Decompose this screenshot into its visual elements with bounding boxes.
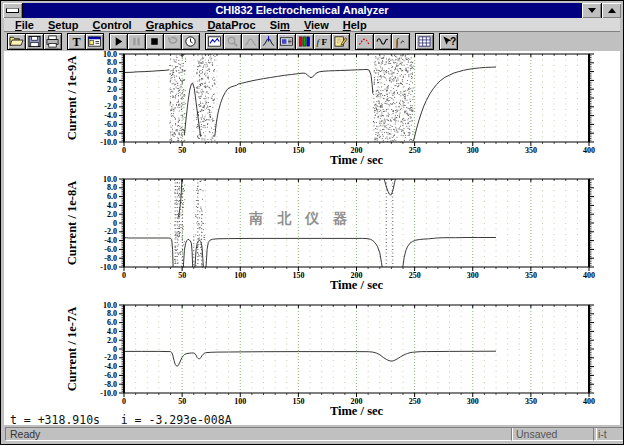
svg-text:100: 100 xyxy=(234,146,246,155)
toolbar-group xyxy=(109,33,199,50)
svg-text:-6.0: -6.0 xyxy=(104,120,117,129)
repeat-button[interactable] xyxy=(181,33,200,50)
svg-text:-2.0: -2.0 xyxy=(104,227,117,236)
menu-view[interactable]: View xyxy=(298,19,337,31)
control-menu-button[interactable] xyxy=(3,3,23,18)
pause-button[interactable] xyxy=(127,33,146,50)
integral-icon: ∫ xyxy=(393,35,408,48)
maximize-arrow-icon xyxy=(608,8,616,13)
svg-text:-4.0: -4.0 xyxy=(104,236,117,245)
manual-result-button[interactable] xyxy=(241,33,260,50)
chart-1: 05010015020025030035040010.08.06.04.02.0… xyxy=(65,51,595,167)
svg-text:350: 350 xyxy=(525,397,537,406)
toolbar: TfF∫? xyxy=(4,32,620,51)
svg-text:100: 100 xyxy=(234,397,246,406)
slideshow-button[interactable] xyxy=(277,33,296,50)
chart-3: 05010015020025030035040010.08.06.04.02.0… xyxy=(65,301,595,419)
svg-text:350: 350 xyxy=(525,146,537,155)
svg-text:2.0: 2.0 xyxy=(107,336,117,345)
y-axis-label: Current / 1e-9A xyxy=(65,56,79,140)
menu-graphics[interactable]: Graphics xyxy=(140,19,202,31)
svg-text:-6.0: -6.0 xyxy=(104,371,117,380)
curve xyxy=(124,238,173,267)
svg-text:2.0: 2.0 xyxy=(107,210,117,219)
svg-text:300: 300 xyxy=(467,271,479,280)
menu-help[interactable]: Help xyxy=(337,19,375,31)
menu-setup[interactable]: Setup xyxy=(42,19,87,31)
svg-text:∫: ∫ xyxy=(394,36,399,48)
help-pointer-icon: ? xyxy=(441,35,456,48)
watermark: 南 北 仪 器 xyxy=(248,210,352,226)
svg-text:6.0: 6.0 xyxy=(107,67,117,76)
title-bar: CHI832 Electrochemical Analyzer xyxy=(3,3,621,18)
play-icon xyxy=(111,35,126,48)
technique-badge: i-t xyxy=(593,427,624,441)
auto-result-button[interactable] xyxy=(259,33,278,50)
svg-text:8.0: 8.0 xyxy=(107,183,117,192)
smooth-button[interactable] xyxy=(355,33,374,50)
svg-text:-8.0: -8.0 xyxy=(104,129,117,138)
menu-sim[interactable]: Sim xyxy=(264,19,298,31)
chart-client-area: 05010015020025030035040010.08.06.04.02.0… xyxy=(4,51,620,425)
svg-text:4.0: 4.0 xyxy=(107,201,117,210)
technique-button[interactable]: T xyxy=(67,33,86,50)
charts-canvas: 05010015020025030035040010.08.06.04.02.0… xyxy=(4,51,622,427)
peak-gray-icon xyxy=(243,35,258,48)
font-button[interactable]: fF xyxy=(313,33,332,50)
pause-icon xyxy=(129,35,144,48)
colors-button[interactable] xyxy=(295,33,314,50)
save-button[interactable] xyxy=(25,33,44,50)
svg-text:250: 250 xyxy=(409,271,421,280)
maximize-button[interactable] xyxy=(601,3,621,18)
help-button[interactable]: ? xyxy=(439,33,458,50)
svg-text:f: f xyxy=(316,37,320,47)
printer-icon xyxy=(45,35,60,48)
minimize-button[interactable] xyxy=(581,3,601,18)
curve xyxy=(195,240,203,267)
svg-text:0: 0 xyxy=(122,397,126,406)
svg-text:250: 250 xyxy=(409,397,421,406)
minimize-arrow-icon xyxy=(588,8,596,13)
save-floppy-icon xyxy=(27,35,42,48)
x-axis-label: Time / sec xyxy=(330,153,384,167)
svg-text:4.0: 4.0 xyxy=(107,76,117,85)
svg-text:6.0: 6.0 xyxy=(107,318,117,327)
svg-text:0: 0 xyxy=(113,219,117,228)
zoom-button[interactable] xyxy=(223,33,242,50)
svg-text:400: 400 xyxy=(583,271,595,280)
reverse-button[interactable] xyxy=(163,33,182,50)
control-menu-dash-icon xyxy=(6,8,19,13)
magnifier-icon xyxy=(225,35,240,48)
menu-bar: FileSetupControlGraphicsDataProcSimViewH… xyxy=(4,18,620,32)
menu-file[interactable]: File xyxy=(9,19,42,31)
status-message: Ready xyxy=(5,427,513,441)
derivative-button[interactable] xyxy=(373,33,392,50)
data-list-button[interactable] xyxy=(415,33,434,50)
open-button[interactable] xyxy=(7,33,26,50)
svg-text:10.0: 10.0 xyxy=(103,301,117,310)
svg-text:150: 150 xyxy=(292,397,304,406)
svg-text:-10.0: -10.0 xyxy=(100,263,117,272)
svg-text:100: 100 xyxy=(234,271,246,280)
parameters-button[interactable] xyxy=(85,33,104,50)
svg-text:250: 250 xyxy=(409,146,421,155)
svg-text:T: T xyxy=(72,35,80,48)
notes-button[interactable] xyxy=(331,33,350,50)
curve xyxy=(384,179,395,195)
toolbar-group: fF xyxy=(205,33,349,50)
svg-text:150: 150 xyxy=(292,146,304,155)
data-plot-button[interactable] xyxy=(205,33,224,50)
stop-button[interactable] xyxy=(145,33,164,50)
parameters-dialog-icon xyxy=(87,35,102,48)
print-button[interactable] xyxy=(43,33,62,50)
curve xyxy=(178,179,182,218)
run-button[interactable] xyxy=(109,33,128,50)
integrate-button[interactable]: ∫ xyxy=(391,33,410,50)
svg-text:-8.0: -8.0 xyxy=(104,380,117,389)
svg-text:?: ? xyxy=(450,36,456,47)
menu-control[interactable]: Control xyxy=(87,19,140,31)
reverse-arrow-icon xyxy=(165,35,180,48)
toolbar-group xyxy=(7,33,61,50)
letter-T-icon: T xyxy=(69,35,84,48)
menu-dataproc[interactable]: DataProc xyxy=(201,19,263,31)
